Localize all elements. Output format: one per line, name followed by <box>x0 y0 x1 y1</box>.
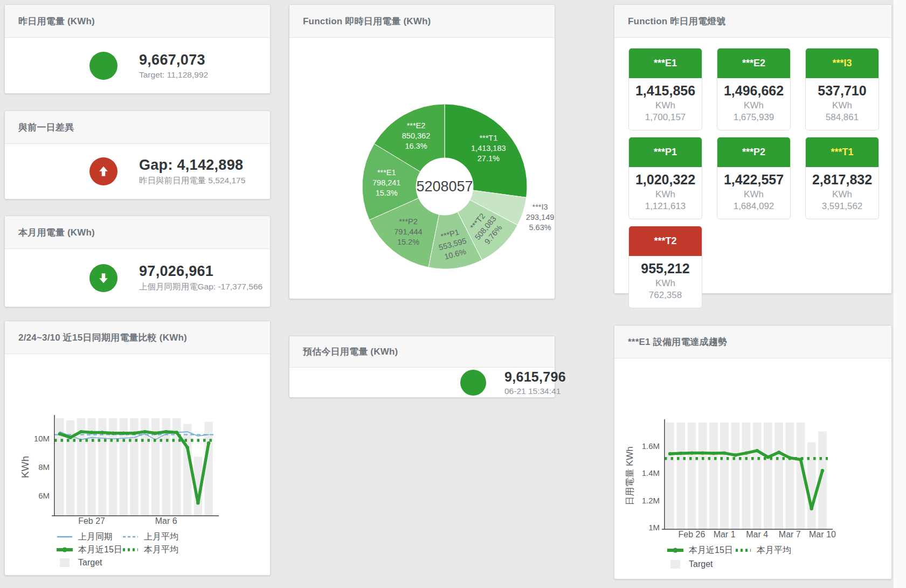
legend-item-target-bars[interactable]: Target <box>57 558 122 568</box>
device-tile-value: 1,020,322 <box>630 172 701 188</box>
device-tile-unit: KWh <box>807 100 877 111</box>
device-tile-body: 2,817,832KWh3,591,562 <box>806 167 879 219</box>
target-bar <box>709 423 718 529</box>
legend-label: 上月同期 <box>78 531 113 543</box>
series-point <box>821 469 824 472</box>
stat-body: 9,615,796 06-21 15:34:41 <box>289 368 555 397</box>
series-point <box>788 456 791 459</box>
device-tile-value: 1,422,557 <box>718 172 789 188</box>
compare-chart-legend: 上月同期上月平均本月近15日本月平均Target <box>5 531 270 569</box>
series-point <box>90 431 93 434</box>
device-tile-target: 1,121,613 <box>630 201 701 212</box>
device-tile-header: ***E2 <box>717 49 790 78</box>
series-point <box>122 432 125 435</box>
device-tile-header: ***T2 <box>629 226 702 256</box>
target-bar <box>731 423 739 529</box>
device-tile-value: 537,710 <box>807 83 877 99</box>
donut-center-value: 5208057 <box>416 178 473 195</box>
legend-label: 本月平均 <box>144 544 178 556</box>
y-tick-label: 1M <box>648 523 660 532</box>
legend-row: Target <box>667 558 891 571</box>
series-point <box>143 430 147 433</box>
device-tile-p2: ***P21,422,557KWh1,684,092 <box>717 137 791 219</box>
panel-header: 預估今日用電量 (KWh) <box>289 336 555 368</box>
scrollbar[interactable] <box>893 0 906 588</box>
target-bar <box>774 423 783 529</box>
target-bar <box>785 423 794 529</box>
legend-label: Target <box>689 559 713 569</box>
legend-swatch-icon <box>667 546 683 555</box>
panel-header: 本月用電量 (KWh) <box>5 216 270 249</box>
panel-title: 昨日用電量 (KWh) <box>18 15 95 27</box>
legend-item-this-month[interactable]: 本月近15日 <box>667 545 735 556</box>
legend-item-target-bars[interactable]: Target <box>667 559 735 569</box>
panel-e1-trend-chart: ***E1 設備用電達成趨勢 1M1.2M1.4M1.6MFeb 26Mar 1… <box>614 325 892 579</box>
panel-header: 2/24~3/10 近15日同期用電量比較 (KWh) <box>5 321 270 354</box>
donut-slice-label: ***I3293,1495.63% <box>526 203 554 232</box>
y-tick-label: 10M <box>34 434 50 443</box>
series-point <box>68 436 72 439</box>
series-point <box>164 430 168 433</box>
panel-title: 預估今日用電量 (KWh) <box>303 345 398 358</box>
series-point <box>101 431 104 434</box>
lights-grid: ***E11,415,856KWh1,700,157***E21,496,662… <box>628 48 878 308</box>
device-tile-p1: ***P11,020,322KWh1,121,613 <box>628 137 702 219</box>
legend-swatch-icon <box>57 558 73 567</box>
target-bar <box>753 423 762 529</box>
e1-trend-chart-legend: 本月近15日本月平均Target <box>614 544 891 571</box>
legend-label: 本月近15日 <box>689 545 733 556</box>
panel-title: 本月用電量 (KWh) <box>18 226 95 239</box>
device-tile-header: ***T1 <box>806 137 879 167</box>
device-tile-header: ***P1 <box>629 137 702 167</box>
legend-label: 本月近15日 <box>78 544 122 556</box>
series-point <box>154 432 157 435</box>
stat-value: 97,026,961 <box>139 263 262 280</box>
e1-trend-chart-svg: 1M1.2M1.4M1.6MFeb 26Mar 1Mar 4Mar 7Mar 1… <box>614 358 891 543</box>
legend-swatch-icon <box>57 545 73 554</box>
series-point <box>668 452 672 455</box>
target-bar <box>807 442 816 530</box>
panel-title: 2/24~3/10 近15日同期用電量比較 (KWh) <box>18 331 187 344</box>
series-point <box>186 446 189 449</box>
panel-header: ***E1 設備用電達成趨勢 <box>614 326 891 358</box>
legend-swatch-icon <box>122 532 139 541</box>
legend-item-this-month[interactable]: 本月近15日 <box>57 544 122 556</box>
donut-chart-svg: ***T11,413,18327.1%***I3293,1495.63%***T… <box>289 38 555 299</box>
x-tick-label: Mar 7 <box>779 530 801 539</box>
stat-subtitle: 上個月同期用電Gap: -17,377,566 <box>139 281 262 293</box>
legend-item-this-month-avg[interactable]: 本月平均 <box>122 544 188 556</box>
y-tick-label: 6M <box>38 491 50 500</box>
device-tile-i3: ***I3537,710KWh584,861 <box>805 48 879 130</box>
panel-title: 與前一日差異 <box>18 121 74 134</box>
series-point <box>690 451 693 454</box>
panel-compare-chart: 2/24~3/10 近15日同期用電量比較 (KWh) 6M8M10MFeb 2… <box>4 321 271 576</box>
legend-item-last-month[interactable]: 上月同期 <box>57 531 122 543</box>
target-bar <box>666 423 674 529</box>
panel-title: Function 昨日用電燈號 <box>628 15 725 27</box>
legend-label: 本月平均 <box>757 545 791 556</box>
series-point <box>79 430 82 433</box>
y-axis-label: KWh <box>19 456 31 478</box>
device-tile-unit: KWh <box>630 278 701 289</box>
panel-title: Function 即時日用電量 (KWh) <box>303 15 431 27</box>
device-tile-body: 1,422,557KWh1,684,092 <box>717 167 790 219</box>
series-point <box>756 449 759 452</box>
device-tile-unit: KWh <box>630 189 701 200</box>
stat-subtitle: 昨日與前日用電量 5,524,175 <box>139 175 245 186</box>
legend-swatch-icon <box>122 545 139 554</box>
y-tick-label: 1.2M <box>642 496 660 505</box>
x-tick-label: Mar 1 <box>714 530 736 539</box>
legend-item-this-month-avg[interactable]: 本月平均 <box>735 545 803 556</box>
status-circle-icon <box>89 52 117 80</box>
series-point <box>111 432 114 435</box>
device-tile-value: 1,415,856 <box>630 83 701 99</box>
x-tick-label: Feb 26 <box>679 530 706 539</box>
series-point <box>679 452 682 455</box>
legend-item-last-month-avg[interactable]: 上月平均 <box>122 531 188 543</box>
y-axis-label: 日用電量 KWh <box>625 446 635 506</box>
arrow-up-icon <box>89 157 117 185</box>
target-bar <box>764 423 772 529</box>
device-tile-target: 1,675,939 <box>718 112 789 123</box>
device-tile-body: 955,212KWh762,358 <box>629 256 702 308</box>
stat-value: Gap: 4,142,898 <box>139 157 245 174</box>
